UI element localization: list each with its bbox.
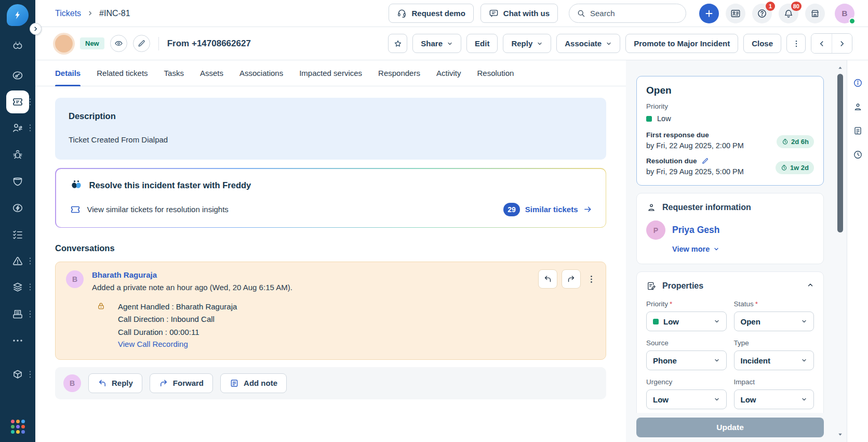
sidebar-item-todo[interactable]: [0, 223, 35, 246]
priority-select[interactable]: Low: [646, 311, 727, 331]
note-author-name[interactable]: Bharath Raguraja: [92, 270, 595, 279]
quick-create-button[interactable]: [699, 4, 719, 23]
expand-sidebar-button[interactable]: [30, 23, 42, 35]
sidebar-item-tickets-options-icon[interactable]: [28, 98, 33, 106]
sidebar-item-assets-options-icon[interactable]: [28, 310, 33, 318]
requester-info-title: Requester information: [662, 203, 751, 212]
notifications-button[interactable]: 80: [779, 4, 798, 23]
reply-dropdown-button[interactable]: Reply: [503, 34, 551, 53]
tab-resolution[interactable]: Resolution: [477, 60, 514, 86]
edit-subject-button[interactable]: [133, 35, 150, 52]
sidebar-item-changes[interactable]: [0, 170, 35, 192]
help-button[interactable]: 1: [752, 4, 772, 23]
freddy-title: Resolve this incident faster with Freddy: [89, 180, 251, 190]
reply-button[interactable]: Reply: [88, 373, 142, 393]
sidebar-item-services[interactable]: [0, 276, 35, 298]
requester-p-avatar[interactable]: P: [646, 220, 665, 240]
panel-scrollbar[interactable]: [836, 60, 844, 442]
sidebar-item-apps-grid-icon[interactable]: [0, 415, 35, 438]
request-demo-button[interactable]: Request demo: [389, 4, 473, 23]
marketplace-button[interactable]: [805, 4, 825, 23]
source-select[interactable]: Phone: [646, 350, 727, 370]
scrollbar-thumb[interactable]: [837, 74, 843, 232]
user-avatar[interactable]: B: [835, 4, 854, 23]
tab-assets[interactable]: Assets: [200, 60, 223, 86]
note-more-button[interactable]: [585, 269, 597, 289]
chat-with-us-button[interactable]: Chat with us: [480, 4, 558, 23]
sidebar-item-problems[interactable]: [0, 143, 35, 166]
tab-activity[interactable]: Activity: [436, 60, 461, 86]
sidebar-item-packages[interactable]: [0, 363, 35, 386]
requester-name-link[interactable]: Priya Gesh: [672, 225, 719, 236]
chevron-down-icon: [714, 357, 720, 363]
sidebar-item-assets[interactable]: [0, 303, 35, 326]
first-response-sla-pill: 2d 6h: [777, 135, 814, 148]
tab-associations[interactable]: Associations: [239, 60, 283, 86]
first-response-due: First response due by Fri, 22 Aug 2025, …: [646, 131, 814, 150]
global-search[interactable]: [569, 4, 686, 23]
sidebar-item-services-options-icon[interactable]: [28, 283, 33, 291]
type-select[interactable]: Incident: [734, 350, 814, 370]
note-reply-button[interactable]: [538, 269, 557, 289]
watch-button[interactable]: [110, 35, 127, 52]
field-status: Status* Open: [734, 292, 814, 331]
sidebar-item-tickets[interactable]: [0, 90, 35, 113]
resolution-sla-pill: 1w 2d: [776, 161, 814, 174]
urgency-select[interactable]: Low: [646, 389, 727, 409]
priority-label: Priority: [646, 102, 814, 110]
promote-major-incident-button[interactable]: Promote to Major Incident: [625, 34, 738, 53]
ticket-details-panel-icon[interactable]: [853, 78, 863, 88]
next-ticket-button[interactable]: [832, 34, 852, 53]
more-actions-button[interactable]: [786, 34, 806, 53]
tab-tasks[interactable]: Tasks: [164, 60, 184, 86]
sidebar-item-releases[interactable]: [0, 197, 35, 219]
similar-tickets-link[interactable]: 29 Similar tickets: [503, 203, 592, 216]
previous-ticket-button[interactable]: [811, 34, 832, 53]
chevron-down-icon: [714, 318, 720, 324]
update-button[interactable]: Update: [636, 418, 824, 437]
scroll-up-arrow[interactable]: [837, 63, 843, 73]
requester-panel-icon[interactable]: [853, 102, 863, 112]
field-priority: Priority* Low: [646, 292, 727, 331]
impact-select[interactable]: Low: [734, 389, 814, 409]
time-logs-panel-icon[interactable]: [853, 150, 863, 160]
sidebar-item-requesters[interactable]: [0, 116, 35, 139]
edit-due-pencil-icon[interactable]: [701, 157, 709, 165]
notes-panel-icon[interactable]: [853, 126, 863, 136]
tab-impacted-services[interactable]: Impacted services: [299, 60, 362, 86]
associate-button[interactable]: Associate: [556, 34, 620, 53]
requester-avatar[interactable]: [55, 35, 73, 53]
freshworks-logo-icon[interactable]: [7, 4, 29, 26]
sidebar-item-insights[interactable]: [0, 64, 35, 87]
collapse-properties-button[interactable]: [807, 281, 814, 291]
sidebar-item-more[interactable]: [0, 329, 35, 352]
add-note-button[interactable]: Add note: [220, 373, 287, 393]
tab-details[interactable]: Details: [55, 60, 81, 86]
topbar: Tickets #INC-81 Request demo Chat with u…: [35, 0, 868, 27]
share-button[interactable]: Share: [412, 34, 461, 53]
forward-button[interactable]: Forward: [150, 373, 213, 393]
description-title: Description: [69, 111, 593, 121]
scroll-down-arrow[interactable]: [837, 430, 843, 439]
tab-responders[interactable]: Responders: [378, 60, 420, 86]
favorite-button[interactable]: [388, 34, 407, 53]
note-forward-button[interactable]: [562, 269, 581, 289]
sidebar-item-requesters-options-icon[interactable]: [28, 124, 33, 132]
breadcrumb-chevron-icon: [87, 10, 93, 16]
status-select[interactable]: Open: [734, 311, 814, 331]
sidebar-item-freddy[interactable]: [0, 34, 35, 57]
sidebar-item-alerts-options-icon[interactable]: [28, 257, 33, 265]
view-more-link[interactable]: View more: [672, 245, 814, 253]
breadcrumb-tickets-link[interactable]: Tickets: [55, 9, 81, 18]
search-input[interactable]: [590, 9, 678, 18]
note-author-avatar[interactable]: B: [66, 270, 84, 288]
contacts-switcher-button[interactable]: [726, 4, 745, 23]
note-meta: Added a private note an hour ago (Wed, 2…: [92, 283, 595, 292]
sidebar-item-packages-options-icon[interactable]: [28, 370, 33, 379]
edit-button[interactable]: Edit: [466, 34, 498, 53]
tab-related-tickets[interactable]: Related tickets: [97, 60, 148, 86]
sidebar-item-alerts[interactable]: [0, 250, 35, 272]
close-ticket-button[interactable]: Close: [743, 34, 781, 53]
ticket-pager: [811, 33, 852, 54]
view-call-recording-link[interactable]: View Call Recording: [118, 340, 188, 348]
